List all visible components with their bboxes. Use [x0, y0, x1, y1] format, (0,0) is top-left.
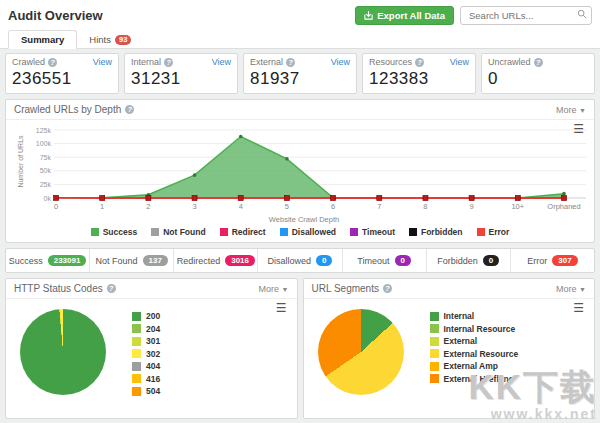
depth-chart-legend: Success Not Found Redirect Disallowed Ti… — [6, 224, 594, 242]
legend-item-redirect[interactable]: Redirect — [220, 227, 266, 237]
legend-label: Redirect — [232, 227, 266, 237]
chart-menu-icon[interactable]: ☰ — [573, 124, 584, 134]
legend-label: 504 — [146, 386, 160, 396]
stat-value-resources: 123383 — [363, 68, 475, 93]
legend-label: External — [444, 336, 478, 346]
pie-legend-item[interactable]: 404 — [132, 361, 160, 371]
more-dropdown[interactable]: More ▼ — [556, 284, 586, 294]
pie-legend-item[interactable]: 416 — [132, 374, 160, 384]
tab-summary[interactable]: Summary — [8, 30, 77, 49]
pie-legend-item[interactable]: 204 — [132, 324, 160, 334]
pie-legend-item[interactable]: External Amp — [430, 361, 519, 371]
svg-text:1: 1 — [100, 202, 104, 211]
status-label: Redirected — [177, 256, 221, 266]
legend-swatch — [430, 337, 439, 346]
svg-text:7: 7 — [377, 202, 381, 211]
pie-legend-item[interactable]: External Resource — [430, 349, 519, 359]
chart-menu-icon[interactable]: ☰ — [573, 303, 584, 313]
pie-legend-item[interactable]: External Hreflang — [430, 374, 519, 384]
view-link-resources[interactable]: View — [450, 57, 469, 67]
legend-item-error[interactable]: Error — [477, 227, 510, 237]
legend-swatch — [132, 374, 141, 383]
legend-swatch — [430, 349, 439, 358]
status-cell-disallowed[interactable]: Disallowed0 — [258, 249, 342, 272]
pie-panels-row: HTTP Status Codes? More ▼ ☰ 200 204 301 … — [5, 278, 595, 419]
legend-swatch — [132, 324, 141, 333]
stat-card-resources: Resources? View 123383 — [362, 53, 476, 94]
status-label: Timeout — [357, 256, 389, 266]
pie-legend-item[interactable]: 200 — [132, 311, 160, 321]
pie-legend-item[interactable]: 301 — [132, 336, 160, 346]
view-link-crawled[interactable]: View — [93, 57, 112, 67]
status-label: Error — [527, 256, 547, 266]
y-axis-label: Number of URLs — [17, 132, 24, 192]
page-title: Audit Overview — [8, 8, 103, 23]
legend-label: Internal Resource — [444, 324, 516, 334]
depth-chart: Number of URLs ☰ 0k25k50k75k100k125k0123… — [6, 120, 594, 224]
svg-text:8: 8 — [423, 202, 427, 211]
crawl-depth-panel: Crawled URLs by Depth? More ▼ Number of … — [5, 99, 595, 243]
svg-text:9: 9 — [470, 202, 474, 211]
svg-text:100k: 100k — [36, 140, 52, 147]
http-status-codes-panel: HTTP Status Codes? More ▼ ☰ 200 204 301 … — [5, 278, 298, 419]
help-icon[interactable]: ? — [383, 284, 392, 293]
view-link-external[interactable]: View — [331, 57, 350, 67]
legend-swatch — [430, 362, 439, 371]
search-icon — [577, 9, 587, 19]
legend-swatch — [430, 312, 439, 321]
export-all-data-button[interactable]: Export All Data — [355, 6, 454, 25]
pie-legend-item[interactable]: Internal — [430, 311, 519, 321]
help-icon[interactable]: ? — [107, 284, 116, 293]
legend-item-forbidden[interactable]: Forbidden — [409, 227, 463, 237]
stat-label: Crawled — [12, 57, 45, 67]
status-cell-forbidden[interactable]: Forbidden0 — [427, 249, 511, 272]
status-cell-redirected[interactable]: Redirected3016 — [174, 249, 258, 272]
stat-value-internal: 31231 — [125, 68, 237, 93]
chart-menu-icon[interactable]: ☰ — [276, 303, 287, 313]
status-label: Forbidden — [437, 256, 478, 266]
pie-legend-item[interactable]: 302 — [132, 349, 160, 359]
status-count-badge: 0 — [395, 255, 411, 266]
search-input[interactable] — [460, 6, 592, 25]
legend-swatch — [220, 228, 228, 236]
stat-cards-row: Crawled? View 236551 Internal? View 3123… — [5, 53, 595, 94]
svg-text:6: 6 — [331, 202, 335, 211]
svg-text:25k: 25k — [40, 181, 52, 188]
help-icon[interactable]: ? — [48, 58, 57, 67]
view-link-internal[interactable]: View — [212, 57, 231, 67]
help-icon[interactable]: ? — [164, 58, 173, 67]
status-cell-error[interactable]: Error307 — [511, 249, 594, 272]
legend-item-success[interactable]: Success — [91, 227, 138, 237]
hints-count-badge: 93 — [115, 35, 131, 45]
http-status-legend: 200 204 301 302 404 416 504 — [132, 309, 160, 396]
pie-legend-item[interactable]: External — [430, 336, 519, 346]
pie-legend-item[interactable]: Internal Resource — [430, 324, 519, 334]
status-count-badge: 137 — [143, 255, 168, 266]
status-label: Success — [9, 256, 43, 266]
legend-label: Timeout — [362, 227, 395, 237]
legend-swatch — [430, 374, 439, 383]
status-cell-success[interactable]: Success233091 — [6, 249, 90, 272]
svg-text:75k: 75k — [40, 154, 52, 161]
help-icon[interactable]: ? — [534, 58, 543, 67]
status-cell-not-found[interactable]: Not Found137 — [90, 249, 174, 272]
pie-legend-item[interactable]: 504 — [132, 386, 160, 396]
help-icon[interactable]: ? — [125, 105, 134, 114]
status-cell-timeout[interactable]: Timeout0 — [343, 249, 427, 272]
legend-item-disallowed[interactable]: Disallowed — [280, 227, 336, 237]
help-icon[interactable]: ? — [415, 58, 424, 67]
more-dropdown[interactable]: More ▼ — [556, 105, 586, 115]
stat-value-external: 81937 — [244, 68, 356, 93]
legend-swatch — [132, 337, 141, 346]
tab-hints[interactable]: Hints 93 — [77, 31, 143, 48]
help-icon[interactable]: ? — [286, 58, 295, 67]
header-actions: Export All Data — [355, 5, 592, 25]
stat-card-uncrawled: Uncrawled? 0 — [481, 53, 595, 94]
legend-item-not-found[interactable]: Not Found — [151, 227, 205, 237]
http-status-pie — [20, 309, 106, 395]
status-count-badge: 0 — [316, 255, 332, 266]
status-count-badge: 233091 — [48, 255, 87, 266]
more-dropdown[interactable]: More ▼ — [259, 284, 289, 294]
legend-label: External Amp — [444, 361, 498, 371]
legend-item-timeout[interactable]: Timeout — [350, 227, 395, 237]
